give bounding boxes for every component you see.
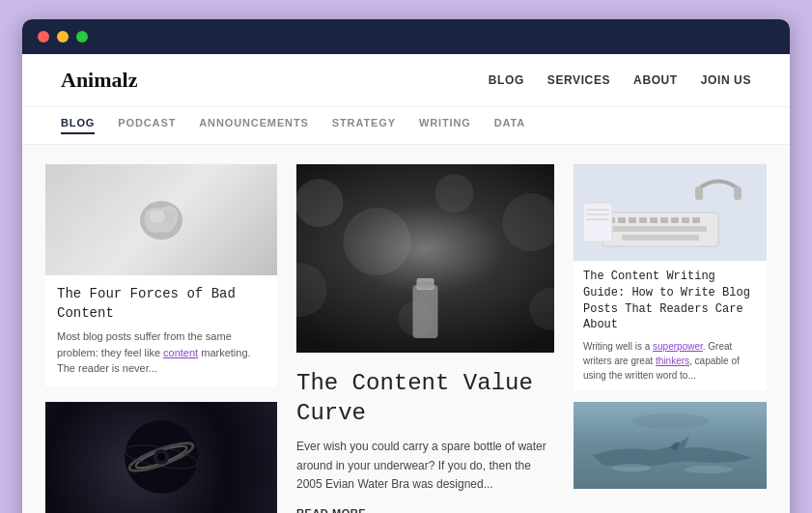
shark-icon [574,402,767,489]
svg-rect-30 [610,226,707,232]
highlight-content: content [163,347,198,358]
nav-services[interactable]: SERVICES [547,73,610,87]
read-more-link[interactable]: READ MORE [296,507,366,513]
svg-rect-28 [682,217,689,223]
browser-bar [22,19,790,54]
subnav-writing[interactable]: WRITING [419,117,471,134]
svg-rect-26 [660,217,668,223]
minimize-dot[interactable] [57,31,69,43]
left-column: The Four Forces of Bad Content Most blog… [45,164,277,513]
content-guide-image [574,164,767,261]
highlight-superpower: superpower [653,341,703,352]
svg-rect-32 [695,186,703,200]
svg-point-9 [344,208,411,275]
svg-rect-33 [734,186,742,200]
four-forces-body: The Four Forces of Bad Content Most blog… [45,275,277,386]
content-area: The Four Forces of Bad Content Most blog… [22,145,790,513]
search-singularity-image [45,402,277,513]
svg-rect-25 [650,217,658,223]
middle-column: The Content Value Curve Ever wish you co… [296,164,554,513]
svg-rect-27 [671,217,679,223]
svg-point-40 [685,466,733,473]
content-guide-desc: Writing well is a superpower. Great writ… [583,339,757,383]
svg-point-39 [612,464,651,471]
sub-nav: BLOG PODCAST ANNOUNCEMENTS STRATEGY WRIT… [22,107,790,145]
content-guide-body: The Content Writing Guide: How to Write … [574,261,767,390]
svg-point-41 [631,413,709,429]
subnav-strategy[interactable]: STRATEGY [332,117,396,134]
highlight-thinkers: thinkers [656,356,689,366]
maximize-dot[interactable] [76,31,88,43]
svg-point-10 [435,174,474,213]
site-logo[interactable]: Animalz [61,68,137,93]
main-nav: BLOG SERVICES ABOUT JOIN US [489,73,751,87]
paper-crumple-icon [132,191,190,249]
subnav-blog[interactable]: BLOG [61,117,95,134]
subnav-podcast[interactable]: PODCAST [118,117,176,134]
right-column: The Content Writing Guide: How to Write … [574,164,767,513]
svg-rect-24 [639,217,647,223]
galaxy-icon [123,418,200,496]
subnav-data[interactable]: DATA [494,117,525,134]
nav-about[interactable]: ABOUT [633,73,678,87]
browser-window: Animalz BLOG SERVICES ABOUT JOIN US BLOG… [22,19,790,513]
site-header: Animalz BLOG SERVICES ABOUT JOIN US [22,54,790,107]
card-search-singularity[interactable]: The Search Singularity: How to Win in th… [45,402,277,513]
featured-image [296,164,554,353]
svg-rect-15 [413,285,438,338]
featured-bokeh-icon [296,164,554,353]
svg-rect-29 [692,217,700,223]
svg-rect-23 [629,217,636,223]
featured-desc: Ever wish you could carry a spare bottle… [296,438,554,494]
svg-point-5 [157,453,165,461]
nav-join-us[interactable]: JOIN US [701,73,751,87]
card-content-writing-guide[interactable]: The Content Writing Guide: How to Write … [574,164,767,390]
svg-rect-34 [583,203,612,242]
shark-image [574,402,767,489]
svg-point-8 [296,179,344,227]
desk-icon [574,164,767,261]
svg-rect-22 [618,217,626,223]
svg-rect-17 [419,290,433,293]
card-shark-article[interactable] [574,402,767,489]
four-forces-title: The Four Forces of Bad Content [57,285,266,323]
featured-text: The Content Value Curve Ever wish you co… [296,368,554,513]
nav-blog[interactable]: BLOG [489,73,524,87]
svg-point-18 [417,281,434,289]
featured-title: The Content Value Curve [296,368,554,428]
close-dot[interactable] [38,31,49,43]
four-forces-image [45,164,277,275]
card-four-forces[interactable]: The Four Forces of Bad Content Most blog… [45,164,277,386]
svg-rect-31 [622,235,699,241]
four-forces-desc: Most blog posts suffer from the same pro… [57,328,266,377]
content-guide-title: The Content Writing Guide: How to Write … [583,269,757,333]
subnav-announcements[interactable]: ANNOUNCEMENTS [199,117,309,134]
